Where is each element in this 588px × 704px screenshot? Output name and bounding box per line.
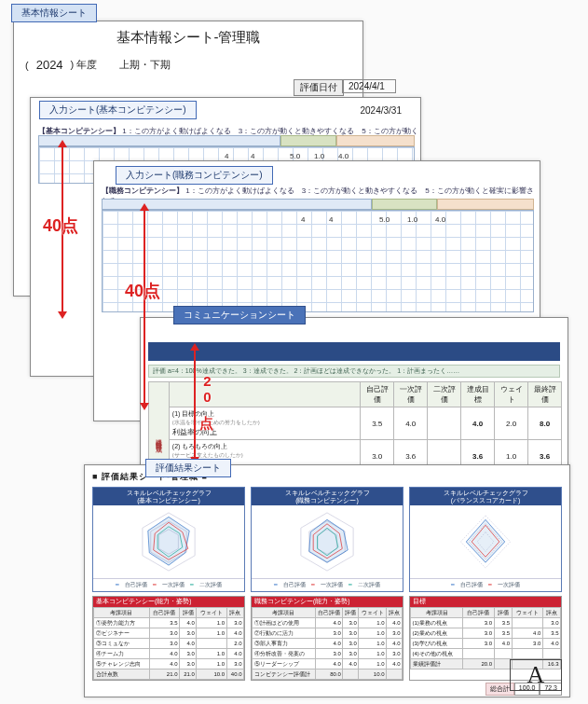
radar-sub: (基本コンピテンシー)	[137, 497, 200, 504]
radar-cap: スキルレベルチェックグラフ	[444, 490, 528, 496]
row-label: (2) もろもろの向上	[172, 442, 357, 451]
summary-table: 職務コンピテンシー(能力・姿勢) 考課項目自己評価評価ウェイト評点 ①計画ほどの…	[251, 596, 403, 681]
row-sub: (水温を増やすための努力をしたか)	[172, 419, 357, 427]
legend-item: 自己評価	[460, 581, 483, 589]
radar-cap: スキルレベルチェックグラフ	[127, 490, 212, 496]
radar-sub: (職務コンピテンシー)	[295, 497, 359, 504]
sheet2-header-text: 【基本コンピテンシー】	[38, 127, 120, 135]
sheet3-header-text: 【職務コンピテンシー】	[102, 186, 184, 195]
legend-item: 自己評価	[125, 581, 147, 589]
cell: 1.0	[314, 152, 324, 160]
radar-chart-icon	[410, 505, 561, 578]
tab-job-competency[interactable]: 入力シート(職務コンピテンシー)	[116, 166, 273, 185]
legend-item: 自己評価	[283, 581, 306, 589]
eval-date-label: 評価日付	[294, 79, 344, 96]
comm-row: (1) 目標の向上 (水温を増やすための努力をしたか) 利益率の向上 3.5 4…	[149, 407, 562, 440]
tab-communication[interactable]: コミュニケーションシート	[173, 306, 306, 324]
score-label: 20点	[198, 373, 215, 405]
col-final: 最終評価	[528, 382, 562, 407]
year-value: 2024	[36, 58, 63, 72]
year-close: ) 年度	[71, 58, 98, 72]
legend-item: 二次評価	[358, 581, 380, 589]
comm-header-bar	[148, 342, 560, 361]
table-cap: 職務コンピテンシー(能力・姿勢)	[252, 597, 403, 607]
cell: 4	[225, 152, 228, 160]
score-label: 40点	[43, 214, 78, 237]
legend-item: 一次評価	[162, 581, 185, 589]
radar-row: スキルレベルチェックグラフ(基本コンピテンシー) ━自己評価 ━一次評価 ━二次…	[92, 487, 562, 592]
cell: 4	[329, 215, 333, 224]
cell[interactable]: 4.0	[394, 407, 428, 440]
sheet-result: ■ 評価結果シート-管理職 ■ スキルレベルチェックグラフ(基本コンピテンシー)	[84, 464, 570, 697]
cell[interactable]: 2.0	[495, 407, 528, 440]
summary-tables: 基本コンピテンシー(能力・姿勢) 考課項目自己評価評価ウェイト評点 ①姿勢力能力…	[92, 596, 562, 681]
row-label: (1) 目標の向上	[172, 409, 357, 419]
radar-cap: スキルレベルチェックグラフ	[285, 490, 370, 496]
cell[interactable]	[428, 407, 461, 440]
radar-chart-icon	[93, 505, 244, 578]
cell: 4	[251, 152, 254, 160]
sheet2-date: 2024/3/31	[361, 105, 403, 116]
table-cap: 基本コンピテンシー(能力・姿勢)	[93, 597, 244, 607]
col-weight: ウェイト	[495, 382, 528, 407]
radar-box: スキルレベルチェックグラフ(バランススコアカード) ━自己評価 ━一次評価	[409, 487, 562, 592]
tab-basic-info[interactable]: 基本情報シート	[11, 4, 97, 22]
cell: 5.0	[379, 215, 390, 224]
cell[interactable]: 3.5	[361, 407, 394, 440]
table-cap: 目標	[410, 597, 561, 607]
page-title: 基本情報シート-管理職	[14, 29, 362, 47]
col-self: 自己評価	[361, 382, 394, 407]
cell: 4.0	[338, 152, 349, 160]
score-label: 40点	[125, 280, 160, 302]
legend-item: 一次評価	[321, 581, 343, 589]
summary-table: 基本コンピテンシー(能力・姿勢) 考課項目自己評価評価ウェイト評点 ①姿勢力能力…	[92, 596, 245, 681]
col-first: 一次評価	[394, 382, 428, 407]
radar-box: スキルレベルチェックグラフ(職務コンピテンシー) ━自己評価 ━一次評価 ━二次…	[251, 487, 403, 592]
radar-chart-icon	[252, 505, 403, 578]
year-open: (	[25, 60, 29, 71]
comm-side-label: 課題解決・目標達成	[154, 434, 163, 442]
radar-box: スキルレベルチェックグラフ(基本コンピテンシー) ━自己評価 ━一次評価 ━二次…	[92, 487, 245, 592]
cell: 4	[301, 215, 305, 224]
eval-date-value: 2024/4/1	[342, 79, 396, 93]
legend-item: 二次評価	[199, 581, 222, 589]
grade-box: A	[510, 659, 562, 691]
tab-result[interactable]: 評価結果シート	[145, 459, 231, 477]
col-second: 二次評価	[428, 382, 461, 407]
legend-item: 一次評価	[498, 581, 520, 589]
tab-basic-competency[interactable]: 入力シート(基本コンピテンシー)	[39, 101, 197, 119]
period-toggle[interactable]: 上期・下期	[119, 58, 171, 72]
cell: 5.0	[290, 152, 300, 160]
cell[interactable]: 8.0	[528, 407, 562, 440]
cell[interactable]: 4.0	[461, 407, 495, 440]
cell: 4.0	[435, 215, 445, 224]
cell: 1.0	[407, 215, 417, 224]
grand-total: 総合計 100.0 72.3	[85, 683, 562, 696]
svg-marker-9	[309, 520, 348, 563]
col-target: 達成目標	[461, 382, 495, 407]
radar-sub: (バランススコアカード)	[451, 497, 521, 504]
row-item: 利益率の向上	[172, 427, 357, 437]
